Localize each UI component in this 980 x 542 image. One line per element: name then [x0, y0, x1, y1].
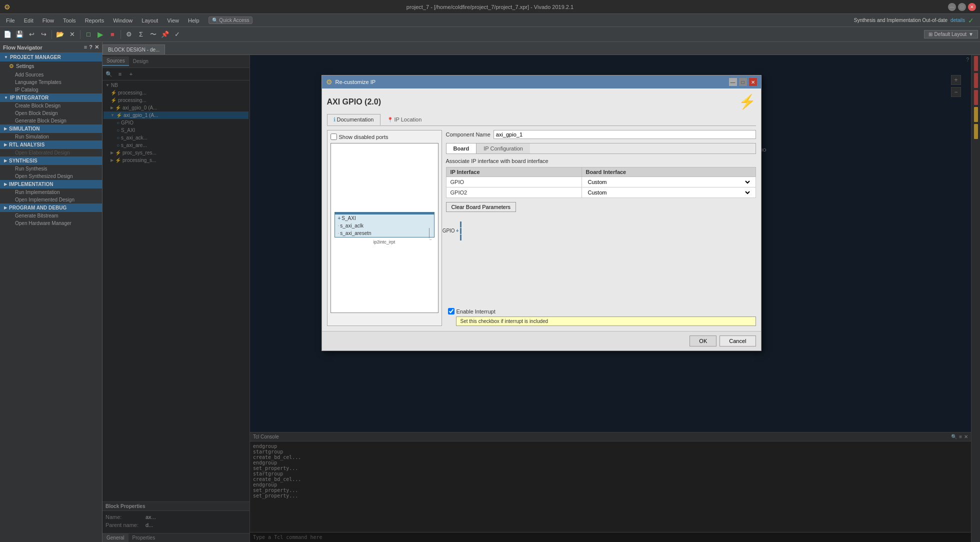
wave-button[interactable]: 〜	[148, 29, 158, 40]
nav-item-language-templates[interactable]: Language Templates	[0, 78, 102, 86]
menu-layout[interactable]: Layout	[138, 16, 162, 24]
nav-item-settings[interactable]: ⚙ Settings	[0, 62, 102, 71]
nav-item-open-hardware-manager[interactable]: Open Hardware Manager	[0, 220, 102, 227]
flow-nav-close-icon[interactable]: ✕	[94, 44, 99, 50]
nav-item-generate-block-design[interactable]: Generate Block Design	[0, 117, 102, 124]
nav-item-open-synthesized-design[interactable]: Open Synthesized Design	[0, 172, 102, 180]
menubar: File Edit Flow Tools Reports Window Layo…	[0, 14, 980, 27]
open-button[interactable]: 📂	[54, 29, 66, 40]
dialog-titlebar: ⚙ Re-customize IP — □ ✕	[322, 76, 761, 88]
nav-item-create-block-design[interactable]: Create Block Design	[0, 102, 102, 110]
aresetn-label: s_axi_aresetn	[340, 230, 371, 236]
status-text: Synthesis and Implementation Out-of-date	[854, 18, 948, 23]
gpio2-board-select[interactable]: Custom leds_4bits btns_4bits	[586, 189, 752, 196]
gear-icon: ⚙	[9, 63, 14, 70]
stop-button[interactable]: ■	[107, 29, 118, 40]
cancel-button[interactable]: Cancel	[720, 336, 756, 346]
dialog-title-text: Re-customize IP	[336, 79, 376, 85]
sum-button[interactable]: Σ	[136, 29, 146, 40]
nav-section-synthesis-title[interactable]: ▶ SYNTHESIS	[0, 156, 102, 165]
nav-item-ip-catalog[interactable]: IP Catalog	[0, 86, 102, 94]
nav-item-run-synthesis[interactable]: Run Synthesis	[0, 165, 102, 172]
menu-file[interactable]: File	[2, 16, 19, 24]
run-button[interactable]: ▶	[95, 29, 106, 40]
nav-section-simulation-title[interactable]: ▶ SIMULATION	[0, 124, 102, 133]
menu-edit[interactable]: Edit	[20, 16, 38, 24]
btab-ip-configuration[interactable]: IP Configuration	[476, 144, 530, 154]
nav-item-run-simulation[interactable]: Run Simulation	[0, 133, 102, 140]
nav-item-generate-bitstream[interactable]: Generate Bitstream	[0, 212, 102, 220]
nav-item-run-implementation[interactable]: Run Implementation	[0, 188, 102, 196]
menu-window[interactable]: Window	[109, 16, 136, 24]
undo-button[interactable]: ↩	[26, 29, 37, 40]
clear-board-parameters-button[interactable]: Clear Board Parameters	[446, 202, 516, 212]
menu-flow[interactable]: Flow	[38, 16, 58, 24]
nav-section-implementation-title[interactable]: ▶ IMPLEMENTATION	[0, 180, 102, 188]
dialog-minimize-button[interactable]: —	[729, 78, 737, 86]
check2-button[interactable]: ✓	[172, 29, 182, 40]
close-button[interactable]: ✕	[968, 3, 976, 11]
new-file-button[interactable]: 📄	[2, 29, 13, 40]
dialog-navigation-tabs: ℹDocumentation 📍IP Location	[327, 114, 756, 126]
section-label: SYNTHESIS	[9, 158, 38, 164]
dialog-close-button[interactable]: ✕	[749, 78, 757, 86]
nav-section-rtl-analysis-title[interactable]: ▶ RTL ANALYSIS	[0, 140, 102, 149]
layout-grid-icon: ⊞	[928, 32, 932, 37]
redo-button[interactable]: ↪	[38, 29, 49, 40]
pin-button[interactable]: 📌	[160, 29, 170, 40]
irpt-line	[429, 228, 430, 238]
check-button[interactable]: □	[83, 29, 94, 40]
flow-nav-help-icon[interactable]: ?	[89, 44, 92, 50]
dialog-overlay: ⚙ Re-customize IP — □ ✕ AXI GP	[102, 55, 980, 542]
section-label: PROJECT MANAGER	[10, 54, 61, 60]
gpio-bar-3	[460, 234, 462, 240]
th-ip-interface: IP Interface	[446, 168, 582, 177]
ok-button[interactable]: OK	[690, 336, 716, 346]
flow-nav-collapse-icon[interactable]: ≡	[84, 44, 87, 50]
info-icon: ℹ	[334, 116, 336, 122]
gpio-bar-1	[460, 222, 462, 228]
menu-reports[interactable]: Reports	[81, 16, 108, 24]
nav-item-add-sources[interactable]: Add Sources	[0, 71, 102, 78]
component-name-row: Component Name	[446, 130, 756, 139]
port-box: + S_AXI · s_axi_aclk	[334, 212, 434, 238]
show-disabled-ports-checkbox[interactable]	[330, 134, 337, 140]
layout-selector[interactable]: ⊞ Default Layout ▼	[924, 30, 978, 38]
nav-item-open-elaborated-design[interactable]: Open Elaborated Design	[0, 149, 102, 156]
save-button[interactable]: 💾	[14, 29, 25, 40]
toolbar: 📄 💾 ↩ ↪ 📂 ✕ □ ▶ ■ ⚙ Σ 〜 📌 ✓ ⊞ Default La…	[0, 27, 980, 42]
arrow-icon: ▼	[4, 96, 8, 100]
maximize-button[interactable]: □	[958, 3, 966, 11]
menu-tools[interactable]: Tools	[59, 16, 80, 24]
toolbar-sep-3	[120, 30, 121, 39]
settings-button[interactable]: ⚙	[124, 29, 134, 40]
gpio-board-select[interactable]: Custom leds_4bits btns_4bits	[586, 178, 752, 186]
dialog-maximize-button[interactable]: □	[739, 78, 747, 86]
workspace: Sources Design 🔍 ≡ + ▼ NB ⚡	[102, 55, 980, 542]
component-name-input[interactable]	[494, 130, 756, 139]
btab-board[interactable]: Board	[446, 144, 477, 154]
nav-item-open-block-design[interactable]: Open Block Design	[0, 110, 102, 117]
menu-view[interactable]: View	[163, 16, 183, 24]
dtab-ip-location[interactable]: 📍IP Location	[380, 114, 428, 126]
gpio-port-label: GPIO	[442, 228, 455, 234]
menu-help[interactable]: Help	[184, 16, 204, 24]
dot-aclk: ·	[338, 223, 340, 228]
nav-section-ip-integrator-title[interactable]: ▼ IP INTEGRATOR	[0, 94, 102, 102]
minimize-button[interactable]: —	[948, 3, 956, 11]
flow-nav-header: Flow Navigator ≡ ? ✕	[0, 42, 102, 53]
details-link[interactable]: details	[950, 18, 965, 23]
dtab-documentation[interactable]: ℹDocumentation	[327, 114, 380, 126]
tab-block-design[interactable]: BLOCK DESIGN - de...	[102, 44, 165, 54]
nav-item-open-implemented-design[interactable]: Open Implemented Design	[0, 196, 102, 204]
enable-interrupt-checkbox[interactable]	[448, 308, 454, 314]
irpt-minus: −	[429, 237, 432, 242]
table-row-gpio: GPIO Custom leds_4bits btns_4bits	[446, 177, 756, 188]
section-label: IP INTEGRATOR	[10, 95, 48, 100]
quick-access-bar[interactable]: 🔍 Quick Access	[208, 16, 253, 24]
close-button-tb[interactable]: ✕	[66, 29, 78, 40]
nav-section-project-manager-title[interactable]: ▼ PROJECT MANAGER	[0, 53, 102, 62]
board-ip-tabs: Board IP Configuration	[446, 143, 756, 154]
nav-section-program-debug-title[interactable]: ▶ PROGRAM AND DEBUG	[0, 204, 102, 212]
nav-section-synthesis: ▶ SYNTHESIS Run Synthesis Open Synthesiz…	[0, 156, 102, 180]
